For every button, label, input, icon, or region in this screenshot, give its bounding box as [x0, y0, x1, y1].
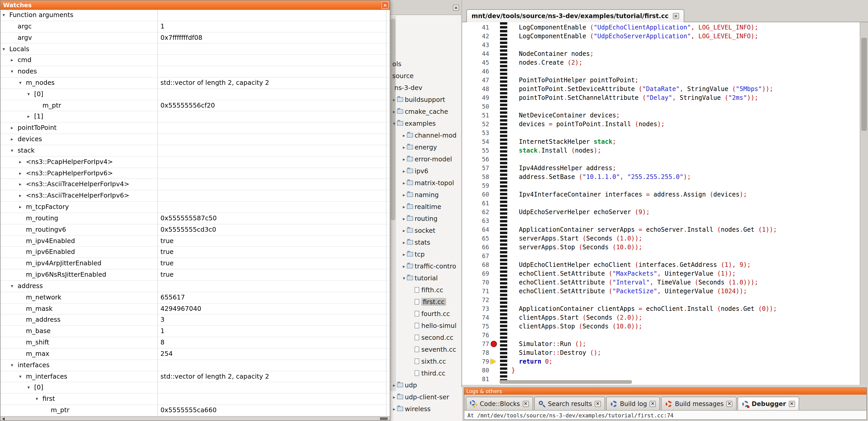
expander-expanded-icon[interactable]: ▾ [19, 77, 26, 89]
line-number[interactable]: 42 [462, 32, 489, 41]
line-number[interactable]: 51 [462, 111, 489, 120]
editor-body[interactable]: 41 LogComponentEnable ("UdpEchoClientApp… [462, 22, 860, 385]
code-text[interactable]: devices = pointToPoint.Install (nodes); [512, 120, 665, 129]
expander-collapsed-icon[interactable]: ▸ [401, 263, 407, 269]
scroll-left-arrow-icon[interactable] [2, 417, 5, 420]
code-text[interactable]: PointToPointHelper pointToPoint; [512, 76, 639, 85]
expander-collapsed-icon[interactable]: ▸ [19, 202, 26, 213]
tab-debugger[interactable]: Debugger× [738, 397, 799, 410]
code-line-row[interactable]: 74 clientApps.Start (Seconds (2.0)); [462, 314, 860, 322]
code-text[interactable]: address.SetBase ("10.1.1.0", "255.255.25… [512, 173, 691, 182]
expander-expanded-icon[interactable]: ▾ [11, 281, 18, 292]
line-number[interactable]: 74 [462, 314, 489, 322]
line-number[interactable]: 45 [462, 59, 489, 67]
code-line-row[interactable]: 64 ApplicationContainer serverApps = ech… [462, 226, 860, 234]
expander-collapsed-icon[interactable]: ▸ [11, 134, 18, 145]
code-line-row[interactable]: 80} [462, 366, 860, 375]
tree-item-ipv6[interactable]: ▸ipv6 [390, 165, 462, 177]
line-number[interactable]: 77 [462, 340, 489, 349]
tree-item-routing[interactable]: ▸routing [390, 213, 462, 224]
code-text[interactable]: } [512, 366, 515, 375]
tree-item-second-cc[interactable]: second.cc [390, 331, 462, 344]
line-number[interactable]: 47 [462, 76, 489, 85]
code-line-row[interactable]: 45 nodes.Create (2); [462, 59, 860, 67]
expander-expanded-icon[interactable]: ▾ [19, 371, 26, 382]
watch-row[interactable]: m_ipv6Enabledtrue [1, 247, 390, 258]
projects-close-button[interactable]: × [453, 5, 459, 11]
watch-row[interactable]: ▾[0] [1, 89, 390, 100]
code-text[interactable]: LogComponentEnable ("UdpEchoClientApplic… [512, 23, 758, 32]
expander-collapsed-icon[interactable]: ▸ [391, 406, 397, 412]
code-text[interactable]: Ipv4InterfaceContainer interfaces = addr… [512, 190, 747, 199]
expander-collapsed-icon[interactable]: ▸ [391, 394, 397, 399]
code-text[interactable]: Simulator::Run (); [512, 340, 586, 349]
tree-item-first-cc[interactable]: first.cc [390, 296, 462, 308]
code-line-row[interactable]: 51 NetDeviceContainer devices; [462, 111, 860, 120]
line-number[interactable]: 72 [462, 296, 489, 304]
line-number[interactable]: 68 [462, 261, 489, 269]
expander-collapsed-icon[interactable]: ▸ [27, 111, 34, 122]
code-text[interactable]: return 0; [512, 357, 553, 366]
code-text[interactable]: ApplicationContainer clientApps = echoCl… [512, 304, 777, 314]
code-line-row[interactable]: 60 Ipv4InterfaceContainer interfaces = a… [462, 190, 860, 199]
expander-expanded-icon[interactable]: ▾ [401, 276, 407, 281]
expander-collapsed-icon[interactable]: ▸ [401, 157, 407, 162]
watch-row[interactable]: argv0x7fffffffdf08 [1, 32, 390, 44]
code-text[interactable]: clientApps.Start (Seconds (2.0)); [512, 314, 642, 322]
code-line-row[interactable]: 61 [462, 199, 860, 208]
line-number[interactable]: 57 [462, 164, 489, 173]
line-number[interactable]: 41 [462, 23, 489, 32]
code-line-row[interactable]: 76 [462, 331, 860, 340]
code-line-row[interactable]: 67 [462, 252, 860, 261]
line-number[interactable]: 62 [462, 208, 489, 217]
line-number[interactable]: 67 [462, 252, 489, 261]
watch-row[interactable]: ▸<ns3::AsciiTraceHelperForIpv6> [1, 191, 390, 202]
line-number[interactable]: 59 [462, 182, 489, 190]
tree-item-stats[interactable]: ▸stats [390, 236, 462, 248]
code-line-row[interactable]: 66 serverApps.Stop (Seconds (10.0)); [462, 243, 860, 252]
line-number[interactable]: 55 [462, 147, 489, 155]
watch-row[interactable]: m_ptr0x5555555ca660 [1, 405, 390, 416]
watch-row[interactable]: ▸[1] [1, 111, 390, 123]
code-line-row[interactable]: 57 Ipv4AddressHelper address; [462, 164, 860, 173]
watch-row[interactable]: ▾stack [1, 145, 390, 157]
tree-item-seventh-cc[interactable]: seventh.cc [390, 344, 462, 355]
expander-collapsed-icon[interactable]: ▸ [19, 157, 26, 168]
expander-collapsed-icon[interactable]: ▸ [401, 133, 407, 138]
watch-row[interactable]: ▾Function arguments [1, 10, 390, 21]
watch-row[interactable]: ▸m_tcpFactory [1, 202, 390, 213]
watch-row[interactable]: m_shift8 [1, 337, 390, 349]
watch-row[interactable]: ▾address [1, 281, 390, 292]
code-line-row[interactable]: 78 Simulator::Destroy (); [462, 349, 860, 357]
code-line-row[interactable]: 70 echoClient.SetAttribute ("Interval", … [462, 278, 860, 287]
code-line-row[interactable]: 69 echoClient.SetAttribute ("MaxPackets"… [462, 269, 860, 278]
code-text[interactable]: stack.Install (nodes); [512, 147, 601, 155]
tree-item-ns-3-dev[interactable]: ns-3-dev [390, 82, 462, 94]
code-text[interactable]: pointToPoint.SetDeviceAttribute ("DataRa… [512, 85, 773, 94]
watch-row[interactable]: m_routingv60x5555555cd3c0 [1, 224, 390, 235]
line-number[interactable]: 80 [462, 366, 489, 375]
code-line-row[interactable]: 56 [462, 155, 860, 164]
code-line-row[interactable]: 54 InternetStackHelper stack; [462, 137, 860, 147]
line-number[interactable]: 69 [462, 269, 489, 278]
code-line-row[interactable]: 58 address.SetBase ("10.1.1.0", "255.255… [462, 173, 860, 182]
code-text[interactable]: echoClient.SetAttribute ("MaxPackets", U… [512, 269, 736, 278]
line-number[interactable]: 44 [462, 50, 489, 59]
tree-item-hello-simul[interactable]: hello-simul [390, 320, 462, 331]
code-line-row[interactable]: 50 [462, 102, 860, 111]
code-line-row[interactable]: 62 UdpEchoServerHelper echoServer (9); [462, 208, 860, 217]
code-text[interactable]: LogComponentEnable ("UdpEchoServerApplic… [512, 32, 758, 41]
tree-item-socket[interactable]: ▸socket [390, 224, 462, 236]
watch-row[interactable]: m_ptr0x55555556cf20 [1, 100, 390, 111]
watch-row[interactable]: argc1 [1, 21, 390, 33]
tree-item-matrix-topol[interactable]: ▸matrix-topol [390, 177, 462, 189]
tree-item-cmake-cache[interactable]: ▸cmake_cache [390, 105, 462, 118]
expander-collapsed-icon[interactable]: ▸ [391, 383, 397, 388]
line-number[interactable]: 43 [462, 41, 489, 50]
watch-row[interactable]: m_base1 [1, 326, 390, 337]
code-text[interactable]: echoClient.SetAttribute ("PacketSize", U… [512, 287, 747, 296]
watch-row[interactable]: ▾m_nodesstd::vector of length 2, capacit… [1, 77, 390, 89]
expander-collapsed-icon[interactable]: ▸ [391, 97, 397, 102]
editor-vertical-scrollbar-thumb[interactable] [861, 38, 867, 131]
line-number[interactable]: 52 [462, 120, 489, 129]
